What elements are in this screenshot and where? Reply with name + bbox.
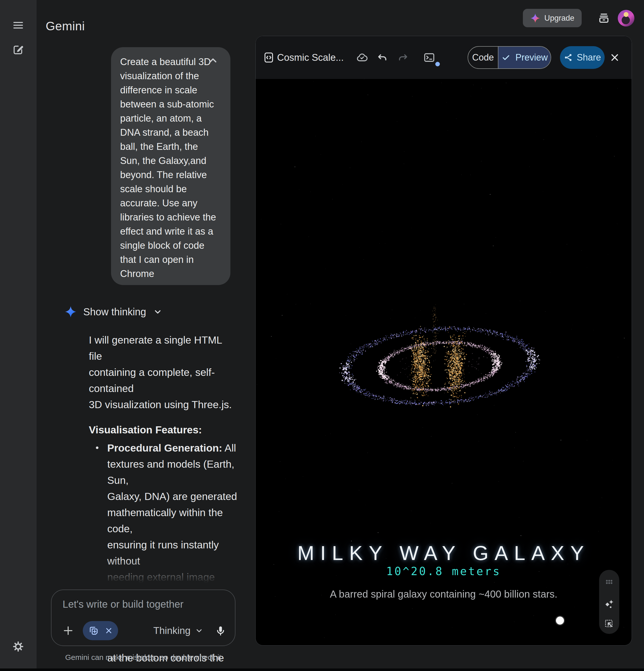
close-icon <box>609 52 620 63</box>
select-element-button[interactable] <box>603 618 615 630</box>
window-bottom-edge <box>0 669 644 671</box>
cloud-check-icon <box>356 51 368 64</box>
check-icon <box>501 53 511 62</box>
scale-readout: 10^20.8 meters <box>256 565 632 578</box>
show-thinking-label: Show thinking <box>83 306 146 318</box>
tab-code[interactable]: Code <box>468 47 498 68</box>
remove-tool-icon[interactable] <box>104 626 113 635</box>
share-icon <box>564 53 573 62</box>
gemini-sparkle-icon <box>65 306 77 318</box>
menu-button[interactable] <box>12 19 24 31</box>
canvas-floating-toolbar <box>599 570 619 634</box>
canvas-title: Cosmic Scale... <box>277 52 344 63</box>
sparkle-multicolor-icon <box>530 13 540 23</box>
scroll-fade <box>37 558 256 590</box>
visualization-title: MILKY WAY GALAXY <box>256 542 632 565</box>
prompt-placeholder: Let's write or build together <box>63 599 184 610</box>
user-message-bubble: Create a beautiful 3D visualization of t… <box>111 47 231 285</box>
model-mode-selector[interactable]: Thinking <box>153 625 203 636</box>
terminal-icon <box>423 51 435 64</box>
redo-icon <box>397 52 409 63</box>
upgrade-button[interactable]: Upgrade <box>523 9 582 27</box>
canvas-tool-icon <box>88 625 99 636</box>
canvas-header: Cosmic Scale... Code Preview Share <box>256 36 632 79</box>
dots-grid-icon <box>604 576 615 587</box>
chevron-down-icon <box>195 626 203 635</box>
compose-icon <box>12 43 24 56</box>
collapse-message-button[interactable] <box>207 54 219 67</box>
chevron-up-icon <box>207 54 219 67</box>
disclaimer-text: Gemini can make mistakes, so double-chec… <box>51 653 235 662</box>
console-button[interactable] <box>423 51 435 64</box>
show-thinking-toggle[interactable]: Show thinking <box>65 306 163 318</box>
new-chat-button[interactable] <box>12 43 24 56</box>
drag-handle[interactable] <box>604 576 615 587</box>
response-intro: I will generate a single HTML file conta… <box>89 332 238 413</box>
composer-toolbar: Thinking <box>60 621 226 641</box>
canvas-tool-chip[interactable] <box>83 621 118 640</box>
cloud-saved-button[interactable] <box>356 51 368 64</box>
share-button[interactable]: Share <box>560 46 605 69</box>
voice-input-button[interactable] <box>215 625 226 636</box>
tab-preview[interactable]: Preview <box>498 47 550 68</box>
scale-slider-thumb[interactable] <box>556 617 564 624</box>
view-toggle: Code Preview <box>468 46 551 69</box>
redo-button[interactable] <box>397 52 409 63</box>
gear-icon <box>12 641 24 653</box>
sparkle-diamond-icon <box>603 598 615 609</box>
hamburger-icon <box>12 19 24 31</box>
undo-button[interactable] <box>376 52 388 63</box>
archive-icon <box>598 12 610 24</box>
app-title: Gemini <box>46 19 85 33</box>
prompt-input[interactable]: Let's write or build together Thinking <box>51 590 235 646</box>
settings-button[interactable] <box>12 641 24 653</box>
undo-icon <box>376 52 388 63</box>
code-file-icon <box>263 51 275 64</box>
sidebar <box>0 0 37 671</box>
history-button[interactable] <box>598 12 610 24</box>
chevron-down-icon <box>153 307 163 317</box>
plus-icon <box>62 624 74 637</box>
add-attachment-button[interactable] <box>62 624 74 637</box>
visualization-caption: A barred spiral galaxy containing ~400 b… <box>256 588 632 600</box>
close-canvas-button[interactable] <box>609 52 620 63</box>
microphone-icon <box>215 625 226 636</box>
canvas-panel: Cosmic Scale... Code Preview Share <box>256 36 632 646</box>
ai-edit-button[interactable] <box>603 598 615 609</box>
select-area-icon <box>603 618 615 630</box>
mode-label: Thinking <box>153 625 190 636</box>
account-avatar[interactable] <box>618 10 634 26</box>
upgrade-label: Upgrade <box>544 14 574 23</box>
features-heading: Visualisation Features: <box>89 422 238 438</box>
console-notification-dot <box>435 62 440 66</box>
